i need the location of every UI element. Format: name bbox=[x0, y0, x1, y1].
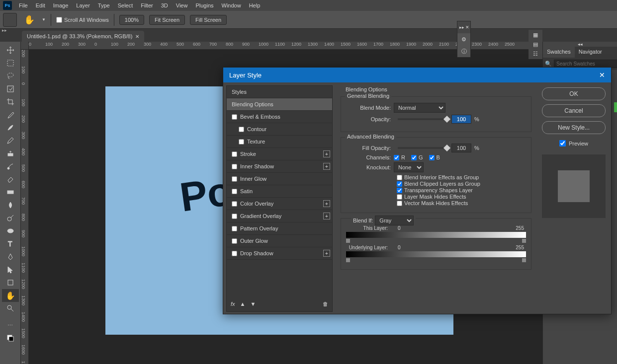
blend-mode-select[interactable]: Normal bbox=[394, 103, 445, 113]
style-satin[interactable]: Satin bbox=[227, 185, 332, 198]
menu-filter[interactable]: Filter bbox=[137, 2, 157, 8]
eraser-tool[interactable] bbox=[2, 173, 19, 186]
style-blending-options[interactable]: Blending Options bbox=[227, 98, 332, 111]
panel-icon-1[interactable]: ▦ bbox=[533, 32, 538, 38]
hand-tool[interactable]: ✋ bbox=[2, 289, 19, 302]
eyedropper-tool[interactable] bbox=[2, 108, 19, 121]
add-drop-shadow-icon[interactable]: + bbox=[323, 250, 330, 257]
info-icon[interactable]: ⓘ bbox=[457, 45, 470, 57]
ok-button[interactable]: OK bbox=[542, 87, 606, 100]
style-outer-glow[interactable]: Outer Glow bbox=[227, 235, 332, 247]
menu-plugins[interactable]: Plugins bbox=[191, 2, 217, 8]
marquee-tool[interactable] bbox=[2, 57, 19, 70]
opacity-slider[interactable] bbox=[398, 118, 447, 120]
add-gradient-overlay-icon[interactable]: + bbox=[323, 213, 330, 219]
lasso-tool[interactable] bbox=[2, 70, 19, 82]
tab-swatches[interactable]: Swatches bbox=[543, 47, 575, 58]
styles-header[interactable]: Styles bbox=[227, 86, 332, 98]
layer-mask-hides-checkbox[interactable] bbox=[397, 194, 402, 200]
document-tab[interactable]: Untitled-1.psd @ 33.3% (Pokemon, RGB/8) … bbox=[22, 31, 144, 42]
pen-tool[interactable] bbox=[2, 250, 19, 263]
close-tab-icon[interactable]: ✕ bbox=[135, 34, 139, 39]
opacity-input[interactable] bbox=[451, 115, 471, 124]
color-swatches[interactable] bbox=[2, 332, 19, 345]
hand-tool-icon[interactable]: ✋ bbox=[22, 14, 37, 25]
gradient-tool[interactable] bbox=[2, 186, 19, 199]
menu-select[interactable]: Select bbox=[114, 2, 137, 8]
sponge-tool[interactable] bbox=[2, 224, 19, 237]
preview-checkbox[interactable] bbox=[559, 140, 566, 146]
channel-b-checkbox[interactable] bbox=[429, 155, 435, 160]
tab-navigator[interactable]: Navigator bbox=[575, 47, 606, 58]
move-up-icon[interactable]: ▲ bbox=[240, 301, 246, 307]
blend-clipped-checkbox[interactable] bbox=[397, 181, 402, 187]
menu-layer[interactable]: Layer bbox=[72, 2, 94, 8]
floating-properties-panel[interactable]: ▸▸✕ ⚙ ⓘ bbox=[457, 21, 471, 58]
fill-opacity-input[interactable] bbox=[451, 144, 471, 152]
new-style-button[interactable]: New Style... bbox=[542, 121, 606, 134]
blend-interior-checkbox[interactable] bbox=[397, 175, 402, 180]
add-color-overlay-icon[interactable]: + bbox=[323, 200, 330, 207]
knockout-select[interactable]: None bbox=[394, 162, 424, 172]
style-color-overlay[interactable]: Color Overlay+ bbox=[227, 198, 332, 210]
panel-icon-2[interactable]: ▤ bbox=[533, 41, 538, 48]
style-bevel-emboss[interactable]: Bevel & Emboss bbox=[227, 111, 332, 123]
fx-icon[interactable]: fx bbox=[231, 301, 235, 307]
close-dialog-icon[interactable]: ✕ bbox=[599, 71, 605, 79]
menu-type[interactable]: Type bbox=[94, 2, 114, 8]
transparency-shapes-checkbox[interactable] bbox=[397, 188, 402, 193]
float-panel-header[interactable]: ▸▸✕ bbox=[457, 21, 470, 33]
channel-g-checkbox[interactable] bbox=[411, 155, 417, 160]
blend-if-select[interactable]: Gray bbox=[375, 216, 414, 225]
type-tool[interactable]: T bbox=[2, 237, 19, 250]
zoom-tool[interactable] bbox=[2, 302, 19, 315]
pencil-tool[interactable] bbox=[2, 134, 19, 147]
crop-tool[interactable] bbox=[2, 95, 19, 108]
blur-tool[interactable] bbox=[2, 199, 19, 212]
trash-icon[interactable]: 🗑 bbox=[323, 301, 328, 307]
style-contour[interactable]: Contour bbox=[227, 123, 332, 136]
menu-edit[interactable]: Edit bbox=[32, 2, 49, 8]
add-stroke-icon[interactable]: + bbox=[323, 150, 330, 157]
clone-stamp-tool[interactable] bbox=[2, 147, 19, 160]
collapse-panel-icon[interactable]: ◂◂ bbox=[543, 42, 617, 47]
scroll-all-checkbox[interactable]: Scroll All Windows bbox=[56, 17, 109, 23]
style-stroke[interactable]: Stroke+ bbox=[227, 148, 332, 160]
shape-tool[interactable] bbox=[2, 276, 19, 289]
menu-view[interactable]: View bbox=[172, 2, 192, 8]
style-texture[interactable]: Texture bbox=[227, 136, 332, 148]
underlying-gradient[interactable] bbox=[346, 251, 526, 257]
dialog-titlebar[interactable]: Layer Style ✕ bbox=[223, 68, 611, 82]
channel-r-checkbox[interactable] bbox=[394, 155, 399, 160]
menu-help[interactable]: Help bbox=[245, 2, 264, 8]
style-pattern-overlay[interactable]: Pattern Overlay bbox=[227, 222, 332, 235]
style-inner-glow[interactable]: Inner Glow bbox=[227, 173, 332, 185]
add-inner-shadow-icon[interactable]: + bbox=[323, 163, 330, 170]
style-gradient-overlay[interactable]: Gradient Overlay+ bbox=[227, 210, 332, 222]
style-inner-shadow[interactable]: Inner Shadow+ bbox=[227, 160, 332, 173]
tool-preset-dropdown-icon[interactable]: ▼ bbox=[42, 17, 46, 22]
menu-file[interactable]: File bbox=[15, 2, 32, 8]
panel-icon-3[interactable]: ☷ bbox=[533, 51, 538, 57]
dodge-tool[interactable] bbox=[2, 212, 19, 224]
menu-3d[interactable]: 3D bbox=[157, 2, 172, 8]
menu-window[interactable]: Window bbox=[218, 2, 245, 8]
fill-screen-button[interactable]: Fill Screen bbox=[190, 15, 227, 25]
move-down-icon[interactable]: ▼ bbox=[250, 301, 256, 307]
move-tool[interactable] bbox=[2, 44, 19, 57]
path-select-tool[interactable] bbox=[2, 263, 19, 276]
fit-screen-button[interactable]: Fit Screen bbox=[149, 15, 185, 25]
adjustments-icon[interactable]: ⚙ bbox=[457, 33, 470, 45]
history-brush-tool[interactable] bbox=[2, 160, 19, 173]
vector-mask-hides-checkbox[interactable] bbox=[397, 201, 402, 206]
zoom-field[interactable]: 100% bbox=[119, 15, 144, 25]
collapse-toolbar-icon[interactable]: ▸▸ bbox=[2, 28, 7, 33]
fill-opacity-slider[interactable] bbox=[398, 147, 447, 149]
edit-toolbar-icon[interactable]: ⋯ bbox=[2, 319, 19, 332]
selection-tool[interactable] bbox=[2, 82, 19, 95]
style-drop-shadow[interactable]: Drop Shadow+ bbox=[227, 247, 332, 260]
home-button[interactable] bbox=[3, 13, 17, 27]
this-layer-gradient[interactable] bbox=[346, 232, 526, 238]
cancel-button[interactable]: Cancel bbox=[542, 104, 606, 117]
brush-tool[interactable] bbox=[2, 121, 19, 134]
